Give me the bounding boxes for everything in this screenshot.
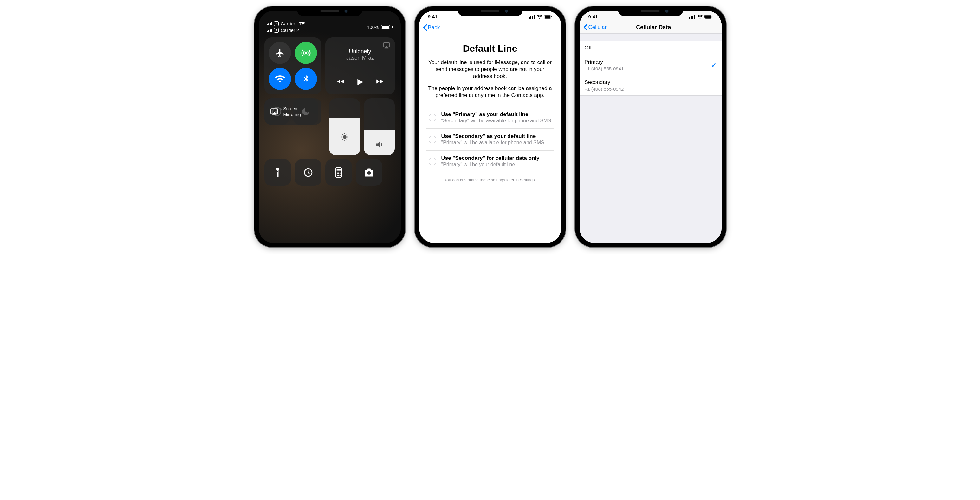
wifi-button[interactable] xyxy=(269,68,291,90)
bluetooth-button[interactable] xyxy=(295,68,317,90)
camera-icon xyxy=(364,168,374,177)
svg-point-14 xyxy=(337,174,338,174)
svg-rect-28 xyxy=(689,18,690,19)
antenna-icon xyxy=(301,48,311,58)
airplane-mode-button[interactable] xyxy=(269,42,291,64)
svg-point-19 xyxy=(339,175,340,176)
connectivity-tile[interactable] xyxy=(264,37,321,94)
status-carrier-1: P Carrier LTE xyxy=(267,21,305,26)
svg-point-20 xyxy=(367,171,371,175)
status-time: 9:41 xyxy=(428,14,438,19)
svg-point-0 xyxy=(305,52,307,54)
phone-default-line: 9:41 Back Default Line Your default line… xyxy=(415,6,566,247)
svg-marker-6 xyxy=(272,112,276,115)
option-label: Secondary xyxy=(585,79,624,86)
status-bar: P Carrier LTE S Carrier 2 100% xyxy=(264,21,395,34)
signal-icon xyxy=(529,15,535,19)
status-time: 9:41 xyxy=(589,14,598,19)
svg-point-18 xyxy=(338,175,339,176)
option-off[interactable]: Off xyxy=(579,41,722,55)
option-title: Use "Secondary" as your default line xyxy=(441,133,546,140)
option-subtitle: "Secondary" will be available for phone … xyxy=(441,118,553,124)
speaker-icon xyxy=(375,140,384,149)
svg-rect-10 xyxy=(336,169,340,170)
option-label: Primary xyxy=(585,59,624,65)
sim-badge-secondary: S xyxy=(274,28,279,33)
svg-point-13 xyxy=(339,172,340,172)
svg-rect-30 xyxy=(692,16,694,19)
media-artist: Jason Mraz xyxy=(330,55,390,61)
battery-icon xyxy=(705,14,713,19)
phone-control-center: P Carrier LTE S Carrier 2 100% xyxy=(254,6,405,247)
option-title: Use "Primary" as your default line xyxy=(441,111,553,118)
airplay-icon xyxy=(383,42,390,49)
svg-point-4 xyxy=(343,135,346,138)
back-button[interactable]: Cellular xyxy=(583,24,607,31)
option-secondary-data-only[interactable]: Use "Secondary" for cellular data only "… xyxy=(426,151,554,172)
back-label: Cellular xyxy=(589,24,607,30)
carrier-2-label: Carrier 2 xyxy=(281,27,299,33)
wifi-icon xyxy=(697,14,703,19)
svg-marker-1 xyxy=(385,46,388,48)
page-title: Cellular Data xyxy=(606,24,700,31)
cellular-data-button[interactable] xyxy=(295,42,317,64)
screen-mirroring-icon xyxy=(269,107,279,116)
option-label: Off xyxy=(585,45,592,51)
brightness-icon xyxy=(340,132,349,142)
screen-mirroring-button[interactable]: Screen Mirroring xyxy=(264,98,321,125)
sim-badge-primary: P xyxy=(274,21,279,26)
radio-unchecked-icon xyxy=(429,136,436,143)
media-tile[interactable]: Unlonely Jason Mraz xyxy=(325,37,395,94)
screen-mirroring-label: Screen Mirroring xyxy=(283,106,301,117)
battery-icon xyxy=(544,14,552,19)
svg-point-12 xyxy=(338,172,339,172)
status-battery: 100% xyxy=(367,21,392,33)
media-song: Unlonely xyxy=(330,48,390,55)
radio-unchecked-icon xyxy=(429,158,436,165)
svg-rect-7 xyxy=(277,171,278,172)
default-line-screen: 9:41 Back Default Line Your default line… xyxy=(419,11,561,243)
volume-slider[interactable] xyxy=(364,98,395,155)
phone-cellular-data: 9:41 Cellular Cellular Data Off P xyxy=(575,6,726,247)
notch xyxy=(458,6,522,16)
media-now-playing: Unlonely Jason Mraz xyxy=(330,48,390,61)
signal-icon xyxy=(689,15,695,19)
forward-icon[interactable] xyxy=(375,77,385,86)
svg-point-15 xyxy=(338,174,339,174)
option-primary-default[interactable]: Use "Primary" as your default line "Seco… xyxy=(426,107,554,129)
svg-rect-34 xyxy=(712,16,713,18)
svg-rect-21 xyxy=(529,18,530,19)
svg-rect-27 xyxy=(551,16,552,18)
intro-paragraph-2: The people in your address book can be a… xyxy=(426,85,554,99)
flashlight-icon xyxy=(275,167,281,178)
battery-percent: 100% xyxy=(367,24,379,30)
option-secondary-default[interactable]: Use "Secondary" as your default line "Pr… xyxy=(426,129,554,151)
svg-rect-33 xyxy=(705,15,711,18)
calculator-button[interactable] xyxy=(325,159,352,186)
notch xyxy=(297,6,362,16)
footer-note: You can customize these settings later i… xyxy=(426,172,554,187)
option-subtitle: "Primary" will be your default line. xyxy=(441,161,539,168)
option-subtitle: "Primary" will be available for phone an… xyxy=(441,140,546,146)
back-button[interactable]: Back xyxy=(423,24,440,31)
flashlight-button[interactable] xyxy=(264,159,291,186)
rewind-icon[interactable] xyxy=(336,77,345,86)
status-carrier-2: S Carrier 2 xyxy=(267,27,305,33)
control-center-screen: P Carrier LTE S Carrier 2 100% xyxy=(259,11,401,243)
option-secondary[interactable]: Secondary +1 (408) 555-0942 xyxy=(579,75,722,96)
brightness-slider[interactable] xyxy=(329,98,360,155)
option-primary[interactable]: Primary +1 (408) 555-0941 ✓ xyxy=(579,55,722,75)
wifi-icon xyxy=(275,74,285,84)
radio-unchecked-icon xyxy=(429,114,436,121)
play-icon[interactable] xyxy=(356,77,364,87)
timer-button[interactable] xyxy=(295,159,321,186)
calculator-icon xyxy=(334,167,343,178)
svg-rect-31 xyxy=(694,15,695,19)
svg-point-11 xyxy=(337,172,338,172)
svg-rect-23 xyxy=(532,16,533,19)
back-label: Back xyxy=(428,24,440,31)
intro-paragraph-1: Your default line is used for iMessage, … xyxy=(426,59,554,80)
camera-button[interactable] xyxy=(356,159,382,186)
svg-rect-22 xyxy=(530,16,531,19)
cellular-data-options: Off Primary +1 (408) 555-0941 ✓ Secondar… xyxy=(579,41,722,96)
